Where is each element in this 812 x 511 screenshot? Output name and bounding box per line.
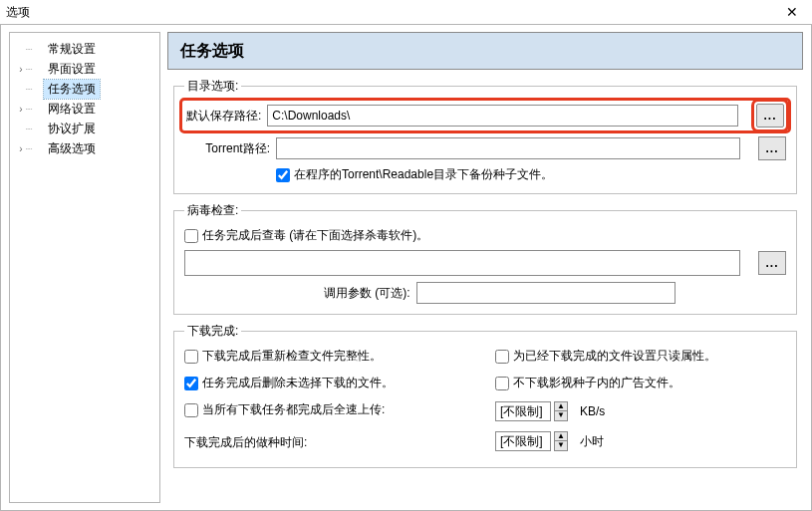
upload-limit-row: ▲ ▼ KB/s	[495, 401, 786, 421]
download-done-col-left: 下载完成后重新检查文件完整性。 任务完成后删除未选择下载的文件。 当所有下载任务…	[184, 348, 475, 451]
backup-torrent-checkbox[interactable]: 在程序的Torrent\Readable目录下备份种子文件。	[276, 166, 553, 183]
virus-enable-checkbox[interactable]: 任务完成后查毒 (请在下面选择杀毒软件)。	[184, 227, 428, 244]
page-title: 任务选项	[180, 41, 244, 62]
virus-params-row: 调用参数 (可选):	[184, 282, 786, 304]
no-ad-checkbox[interactable]: 不下载影视种子内的广告文件。	[495, 375, 786, 391]
seed-time-row: ▲ ▼ 小时	[495, 431, 786, 451]
page-title-bar: 任务选项	[167, 32, 803, 70]
titlebar: 选项 ✕	[0, 0, 812, 24]
download-done-columns: 下载完成后重新检查文件完整性。 任务完成后删除未选择下载的文件。 当所有下载任务…	[184, 348, 786, 451]
readonly-checkbox[interactable]: 为已经下载完成的文件设置只读属性。	[495, 348, 786, 365]
chevron-right-icon[interactable]: ›	[16, 143, 26, 154]
remove-unselected-checkbox-input[interactable]	[184, 377, 198, 390]
window-title: 选项	[6, 4, 30, 21]
tree-connector: ┈	[26, 43, 44, 56]
seed-time-input[interactable]	[495, 431, 551, 451]
virus-exe-row: ...	[184, 250, 786, 276]
close-icon[interactable]: ✕	[772, 0, 812, 24]
download-done-group: 下载完成: 下载完成后重新检查文件完整性。 任务完成后删除未选择下载的文件。	[173, 323, 797, 468]
virus-check-legend: 病毒检查:	[184, 202, 241, 219]
spinner-down-icon[interactable]: ▼	[554, 441, 568, 451]
tree-connector: ┈	[26, 63, 44, 76]
tree-connector: ┈	[26, 142, 44, 155]
sidebar-item-task-options[interactable]: ┈ 任务选项	[10, 79, 159, 99]
dialog-body: ┈ 常规设置 › ┈ 界面设置 ┈ 任务选项 › ┈ 网络设置 ┈ 协议扩展	[0, 24, 812, 511]
readonly-checkbox-input[interactable]	[495, 350, 509, 364]
sidebar-item-label: 常规设置	[44, 40, 100, 59]
category-tree: ┈ 常规设置 › ┈ 界面设置 ┈ 任务选项 › ┈ 网络设置 ┈ 协议扩展	[9, 32, 160, 503]
sidebar-item-label: 高级选项	[44, 139, 100, 158]
sidebar-item-general[interactable]: ┈ 常规设置	[10, 39, 159, 59]
virus-enable-label: 任务完成后查毒 (请在下面选择杀毒软件)。	[202, 227, 428, 244]
sidebar-item-label: 协议扩展	[44, 120, 100, 138]
no-ad-checkbox-input[interactable]	[495, 377, 509, 390]
recheck-checkbox-input[interactable]	[184, 350, 198, 364]
chevron-right-icon[interactable]: ›	[16, 64, 26, 75]
remove-unselected-label: 任务完成后删除未选择下载的文件。	[202, 375, 394, 391]
default-path-label: 默认保存路径:	[186, 108, 261, 125]
torrent-path-row: Torrent路径: ...	[184, 136, 786, 160]
sidebar-item-label: 界面设置	[44, 60, 100, 79]
full-upload-row: 当所有下载任务都完成后全速上传:	[184, 401, 475, 418]
torrent-path-input[interactable]	[276, 137, 740, 159]
spinner-buttons: ▲ ▼	[554, 431, 568, 451]
upload-limit-spinner: ▲ ▼	[495, 401, 568, 421]
full-upload-checkbox-input[interactable]	[184, 403, 198, 417]
virus-exe-input[interactable]	[184, 250, 740, 276]
virus-check-group: 病毒检查: 任务完成后查毒 (请在下面选择杀毒软件)。 ... 调用参数 (可选…	[173, 202, 797, 315]
no-ad-label: 不下载影视种子内的广告文件。	[513, 375, 680, 391]
sidebar-item-ui[interactable]: › ┈ 界面设置	[10, 59, 159, 79]
virus-params-input[interactable]	[416, 282, 676, 304]
tree-connector: ┈	[26, 123, 44, 135]
full-upload-checkbox[interactable]: 当所有下载任务都完成后全速上传:	[184, 401, 385, 418]
download-done-col-right: 为已经下载完成的文件设置只读属性。 不下载影视种子内的广告文件。 ▲	[495, 348, 786, 451]
backup-torrent-row: 在程序的Torrent\Readable目录下备份种子文件。	[184, 166, 786, 183]
spinner-down-icon[interactable]: ▼	[554, 411, 568, 421]
full-upload-label: 当所有下载任务都完成后全速上传:	[202, 401, 385, 418]
seed-time-spinner: ▲ ▼	[495, 431, 568, 451]
remove-unselected-checkbox[interactable]: 任务完成后删除未选择下载的文件。	[184, 375, 475, 391]
torrent-path-label: Torrent路径:	[184, 140, 270, 157]
sidebar-item-advanced[interactable]: › ┈ 高级选项	[10, 138, 159, 158]
directory-options-group: 目录选项: 默认保存路径: ... Torrent路径: ...	[173, 78, 797, 194]
chevron-right-icon[interactable]: ›	[16, 104, 26, 115]
sidebar-item-label: 任务选项	[44, 80, 100, 99]
recheck-label: 下载完成后重新检查文件完整性。	[202, 348, 382, 365]
seed-time-unit: 小时	[580, 433, 604, 450]
readonly-label: 为已经下载完成的文件设置只读属性。	[513, 348, 716, 365]
default-path-input[interactable]	[267, 105, 738, 127]
sidebar-item-protocol[interactable]: ┈ 协议扩展	[10, 119, 159, 138]
torrent-path-browse-button[interactable]: ...	[758, 136, 786, 160]
backup-torrent-label: 在程序的Torrent\Readable目录下备份种子文件。	[294, 166, 553, 183]
sidebar-item-network[interactable]: › ┈ 网络设置	[10, 99, 159, 119]
virus-params-label: 调用参数 (可选):	[324, 285, 410, 302]
download-done-legend: 下载完成:	[184, 323, 241, 340]
backup-torrent-checkbox-input[interactable]	[276, 168, 290, 182]
right-panel: 任务选项 目录选项: 默认保存路径: ... Torrent路径: ...	[160, 25, 811, 510]
tree-connector: ┈	[26, 83, 44, 96]
virus-enable-row: 任务完成后查毒 (请在下面选择杀毒软件)。	[184, 227, 786, 244]
upload-limit-input[interactable]	[495, 401, 551, 421]
tree-connector: ┈	[26, 103, 44, 116]
recheck-checkbox[interactable]: 下载完成后重新检查文件完整性。	[184, 348, 475, 365]
directory-options-legend: 目录选项:	[184, 78, 241, 95]
sidebar-item-label: 网络设置	[44, 100, 100, 119]
default-path-row: 默认保存路径: ...	[182, 101, 788, 130]
virus-exe-browse-button[interactable]: ...	[758, 251, 786, 275]
spinner-buttons: ▲ ▼	[554, 401, 568, 421]
default-path-browse-button[interactable]: ...	[756, 104, 784, 128]
seed-time-label: 下载完成后的做种时间:	[184, 434, 475, 451]
upload-limit-unit: KB/s	[580, 404, 605, 418]
virus-enable-checkbox-input[interactable]	[184, 229, 198, 243]
